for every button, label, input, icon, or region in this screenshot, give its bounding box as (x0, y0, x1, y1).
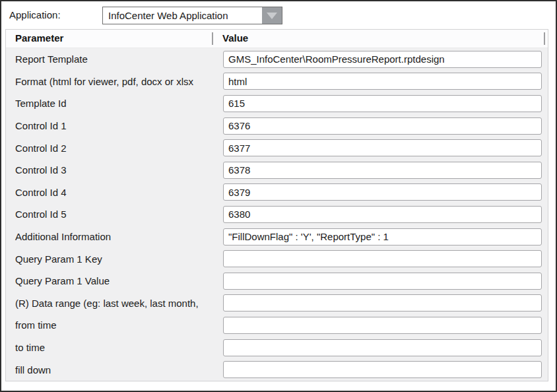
table-row: fill down (6, 358, 548, 381)
table-row: Control Id 3 (6, 159, 548, 181)
parameter-table-body: Report Template Format (html for viewer,… (6, 48, 548, 381)
table-row: from time (6, 314, 548, 337)
parameter-name-label: fill down (15, 364, 51, 376)
parameter-name-label: Report Template (15, 53, 88, 65)
parameter-column-header: Parameter (15, 32, 63, 44)
table-row: Additional Information (6, 226, 548, 248)
table-row: Template Id (6, 92, 548, 115)
parameter-table: Parameter Value Report Template Format (… (5, 29, 548, 381)
parameter-name-label: Format (html for viewer, pdf, docx or xl… (15, 76, 193, 87)
parameter-value-input[interactable] (223, 206, 542, 223)
table-row: Format (html for viewer, pdf, docx or xl… (6, 71, 548, 93)
application-label: Application: (9, 9, 61, 20)
parameter-value-input[interactable] (223, 250, 542, 267)
parameter-name-label: Control Id 5 (15, 209, 67, 220)
parameter-name-label: from time (15, 319, 57, 331)
parameter-name-label: Query Param 1 Value (15, 275, 110, 286)
parameter-value-input[interactable] (223, 228, 542, 245)
application-dropdown-button[interactable] (262, 7, 282, 24)
parameter-name-label: Template Id (15, 98, 67, 109)
value-column-right-divider[interactable] (544, 32, 545, 45)
parameter-value-input[interactable] (223, 162, 542, 179)
value-column-header: Value (222, 32, 248, 44)
table-row: Control Id 2 (6, 137, 548, 159)
parameter-value-input[interactable] (223, 95, 542, 112)
parameter-value-input[interactable] (223, 73, 542, 90)
parameter-value-input[interactable] (223, 51, 542, 68)
parameter-value-input[interactable] (223, 339, 542, 356)
parameter-value-input[interactable] (223, 183, 542, 201)
parameter-name-label: Additional Information (15, 231, 111, 242)
parameter-value-input[interactable] (223, 117, 542, 135)
parameter-value-input[interactable] (223, 361, 542, 378)
application-dropdown[interactable]: InfoCenter Web Application (102, 7, 282, 24)
parameter-name-label: Control Id 2 (15, 143, 67, 154)
parameter-name-label: to time (15, 342, 45, 353)
parameter-name-label: (R) Data range (eg: last week, last mont… (15, 298, 199, 309)
table-row: Control Id 5 (6, 203, 548, 226)
parameter-name-label: Control Id 1 (15, 120, 67, 131)
parameter-table-header: Parameter Value (6, 30, 548, 48)
parameter-name-label: Query Param 1 Key (15, 253, 102, 265)
table-row: Query Param 1 Value (6, 270, 548, 292)
application-parameters-window: Application: InfoCenter Web Application … (0, 0, 557, 392)
parameter-value-column-divider[interactable] (212, 32, 213, 45)
parameter-value-input[interactable] (223, 139, 542, 156)
table-row: to time (6, 337, 548, 359)
chevron-down-icon (267, 13, 277, 19)
parameter-name-label: Control Id 4 (15, 187, 67, 198)
parameter-value-input[interactable] (223, 317, 542, 334)
parameter-name-label: Control Id 3 (15, 164, 67, 176)
parameter-value-input[interactable] (223, 273, 542, 290)
table-row: Report Template (6, 48, 548, 71)
table-row: Control Id 1 (6, 115, 548, 137)
application-dropdown-selected-value: InfoCenter Web Application (103, 7, 262, 24)
parameter-value-input[interactable] (223, 294, 542, 311)
table-row: (R) Data range (eg: last week, last mont… (6, 292, 548, 315)
table-row: Control Id 4 (6, 181, 548, 204)
table-row: Query Param 1 Key (6, 247, 548, 270)
